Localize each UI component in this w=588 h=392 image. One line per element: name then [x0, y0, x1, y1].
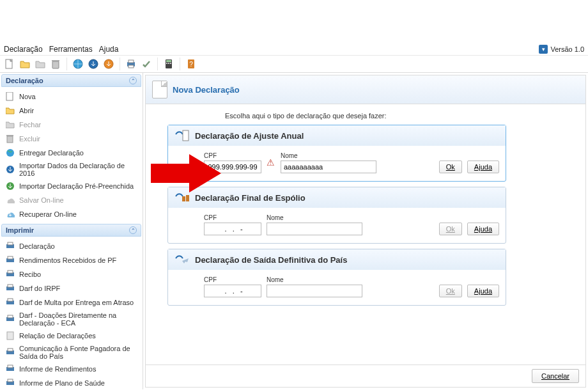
sidebar-item-salvar-online[interactable]: Salvar On-line	[3, 193, 140, 207]
printer-icon	[5, 297, 15, 308]
sidebar-item-importar-2016[interactable]: Importar Dados da Declaração de 2016	[3, 160, 140, 179]
svg-rect-10	[166, 60, 171, 62]
toolbar-calc-icon[interactable]	[163, 58, 174, 70]
nome-input[interactable]	[267, 285, 362, 297]
ajuda-button[interactable]: Ajuda	[467, 285, 499, 297]
toolbar-close-icon[interactable]	[35, 58, 46, 70]
svg-rect-27	[8, 270, 13, 273]
cpf-input[interactable]	[204, 223, 261, 235]
printer-icon	[5, 241, 15, 251]
sidebar-item-print-rendimentos[interactable]: Rendimentos Recebidos de PF	[3, 253, 140, 267]
toolbar: ?	[0, 55, 588, 73]
sidebar-item-print-recibo[interactable]: Recibo	[3, 267, 140, 281]
toolbar-new-icon[interactable]	[4, 58, 15, 70]
panel-header-imprimir[interactable]: Imprimir ⌃	[1, 224, 141, 237]
version-label: Versão 1.0	[550, 45, 584, 53]
content-body: Escolha aqui o tipo de declaração que de…	[146, 104, 585, 365]
menu-ferramentas[interactable]: Ferramentas	[49, 45, 93, 54]
import-green-icon	[5, 181, 15, 191]
sidebar-item-print-darf-multa[interactable]: Darf de Multa por Entrega em Atraso	[3, 295, 140, 310]
sidebar-item-print-comunicacao[interactable]: Comunicação à Fonte Pagadora de Saída do…	[3, 343, 140, 362]
content-title: Nova Declaração	[173, 85, 240, 95]
card-icon	[174, 253, 190, 266]
sidebar-item-print-informe-saude[interactable]: Informe de Plano de Saúde	[3, 376, 140, 389]
svg-rect-33	[8, 315, 13, 318]
printer-icon	[5, 347, 15, 357]
collapse-icon[interactable]: ⌃	[129, 77, 137, 84]
printer-icon	[5, 255, 15, 265]
menu-declaracao[interactable]: Declaração	[4, 45, 43, 54]
svg-marker-41	[151, 154, 221, 192]
svg-point-19	[6, 149, 14, 157]
sidebar-item-print-darf-irpf[interactable]: Darf do IRPF	[3, 281, 140, 295]
panel-header-declaracao[interactable]: Declaração ⌃	[1, 74, 141, 87]
card-espolio: Declaração Final de Espólio CPF Nome Ok	[167, 187, 506, 244]
card-saida-pais: Declaração de Saída Definitiva do País C…	[167, 249, 506, 306]
ok-button[interactable]: Ok	[439, 161, 462, 173]
collapse-icon[interactable]: ⌃	[129, 226, 137, 234]
nome-input[interactable]	[281, 161, 376, 173]
trash-icon	[5, 134, 15, 144]
toolbar-print-icon[interactable]	[125, 58, 137, 70]
sidebar-item-abrir[interactable]: Abrir	[3, 104, 140, 118]
instruction-text: Escolha aqui o tipo de declaração que de…	[225, 112, 576, 120]
sidebar-item-importar-pre[interactable]: Importar Declaração Pré-Preenchida	[3, 179, 140, 193]
svg-rect-23	[8, 242, 13, 245]
svg-rect-12	[168, 63, 169, 64]
sidebar-item-recuperar-online[interactable]: Recuperar On-line	[3, 207, 140, 221]
sidebar-item-print-darf-eca[interactable]: Darf - Doações Diretamente na Declaração…	[3, 310, 140, 329]
printer-icon	[5, 283, 15, 294]
sidebar-item-fechar[interactable]: Fechar	[3, 118, 140, 132]
nome-label: Nome	[267, 214, 362, 221]
svg-rect-29	[8, 285, 13, 287]
app-icon: ▾	[539, 45, 548, 54]
panel-body-imprimir: Declaração Rendimentos Recebidos de PF R…	[0, 238, 143, 389]
svg-rect-31	[8, 299, 13, 301]
svg-rect-17	[7, 136, 13, 143]
ok-button[interactable]: Ok	[439, 285, 462, 297]
svg-rect-2	[52, 60, 59, 61]
card-icon	[174, 129, 190, 142]
panel-title: Declaração	[6, 77, 43, 84]
svg-rect-43	[182, 196, 185, 201]
svg-rect-16	[6, 92, 13, 100]
toolbar-help-icon[interactable]: ?	[185, 58, 197, 70]
toolbar-open-icon[interactable]	[19, 58, 31, 70]
menubar: Declaração Ferramentas Ajuda ▾ Versão 1.…	[0, 43, 588, 55]
sidebar-item-nova[interactable]: Nova	[3, 90, 140, 104]
card-title: Declaração de Ajuste Anual	[195, 131, 304, 141]
panel-body-declaracao: Nova Abrir Fechar Excluir Entregar Decla…	[0, 88, 143, 223]
page-icon	[152, 81, 167, 98]
toolbar-check-icon[interactable]	[141, 58, 152, 70]
sidebar-item-entregar[interactable]: Entregar Declaração	[3, 146, 140, 160]
content-header: Nova Declaração	[146, 75, 585, 104]
cloud-icon	[5, 195, 15, 205]
toolbar-globe-icon[interactable]	[72, 58, 84, 70]
import-blue-icon	[5, 164, 15, 175]
toolbar-trash-icon[interactable]	[50, 58, 61, 70]
sidebar-item-excluir[interactable]: Excluir	[3, 132, 140, 146]
printer-icon	[5, 378, 15, 388]
toolbar-import-alt-icon[interactable]	[103, 58, 114, 70]
warning-icon: ⚠	[267, 158, 275, 167]
sidebar-item-print-informe-rend[interactable]: Informe de Rendimentos	[3, 362, 140, 376]
svg-rect-18	[6, 135, 13, 136]
printer-icon	[5, 269, 15, 279]
sidebar-item-print-relacao[interactable]: Relação de Declarações	[3, 329, 140, 343]
ok-button[interactable]: Ok	[439, 223, 462, 235]
cloud-down-icon	[5, 209, 15, 219]
ajuda-button[interactable]: Ajuda	[467, 161, 499, 173]
globe-icon	[5, 148, 15, 158]
svg-rect-7	[128, 60, 134, 63]
nome-input[interactable]	[267, 223, 362, 235]
nome-label: Nome	[267, 276, 362, 283]
doc-icon	[5, 331, 15, 341]
cpf-label: CPF	[204, 276, 261, 283]
menu-ajuda[interactable]: Ajuda	[99, 45, 119, 54]
cpf-input[interactable]	[204, 285, 261, 297]
sidebar-item-print-declaracao[interactable]: Declaração	[3, 239, 140, 253]
ajuda-button[interactable]: Ajuda	[467, 223, 499, 235]
svg-rect-8	[128, 65, 134, 68]
cancel-button[interactable]: Cancelar	[532, 369, 579, 383]
toolbar-import-icon[interactable]	[88, 58, 99, 70]
